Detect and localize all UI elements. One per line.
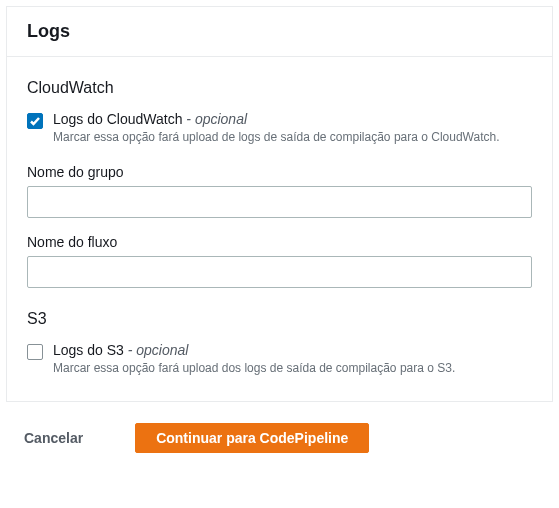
cloudwatch-checkbox-label: Logs do CloudWatch - opcional [53,111,532,127]
panel-header: Logs [7,7,552,57]
cloudwatch-label-text: Logs do CloudWatch [53,111,182,127]
cloudwatch-section-title: CloudWatch [27,79,532,97]
cloudwatch-logs-option: Logs do CloudWatch - opcional Marcar ess… [27,111,532,146]
logs-panel: Logs CloudWatch Logs do CloudWatch - opc… [6,6,553,402]
cloudwatch-checkbox-content: Logs do CloudWatch - opcional Marcar ess… [53,111,532,146]
cancel-button[interactable]: Cancelar [20,422,87,454]
cloudwatch-checkbox-desc: Marcar essa opção fará upload de logs de… [53,129,532,146]
s3-label-text: Logs do S3 [53,342,124,358]
s3-checkbox-label: Logs do S3 - opcional [53,342,532,358]
continue-button[interactable]: Continuar para CodePipeline [135,423,369,453]
s3-section: S3 Logs do S3 - opcional Marcar essa opç… [27,310,532,377]
cloudwatch-section: CloudWatch Logs do CloudWatch - opcional… [27,79,532,288]
s3-logs-checkbox[interactable] [27,344,43,360]
footer-actions: Cancelar Continuar para CodePipeline [0,408,559,466]
stream-name-input[interactable] [27,256,532,288]
s3-section-title: S3 [27,310,532,328]
s3-checkbox-content: Logs do S3 - opcional Marcar essa opção … [53,342,532,377]
group-name-field: Nome do grupo [27,164,532,218]
stream-name-label: Nome do fluxo [27,234,532,250]
panel-title: Logs [27,21,532,42]
stream-name-field: Nome do fluxo [27,234,532,288]
group-name-label: Nome do grupo [27,164,532,180]
panel-body: CloudWatch Logs do CloudWatch - opcional… [7,57,552,401]
group-name-input[interactable] [27,186,532,218]
s3-logs-option: Logs do S3 - opcional Marcar essa opção … [27,342,532,377]
cloudwatch-logs-checkbox[interactable] [27,113,43,129]
s3-checkbox-desc: Marcar essa opção fará upload dos logs d… [53,360,532,377]
cloudwatch-optional-suffix: - opcional [182,111,247,127]
s3-optional-suffix: - opcional [124,342,189,358]
check-icon [29,115,41,127]
